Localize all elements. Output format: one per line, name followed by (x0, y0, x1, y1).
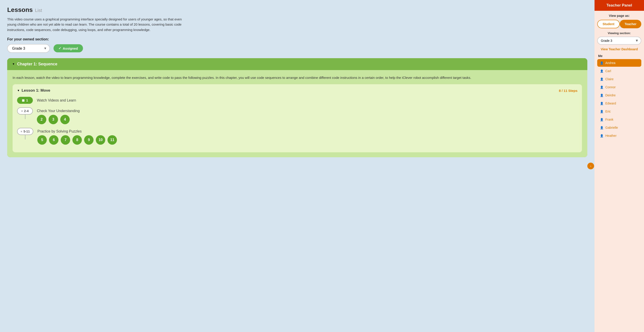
step-num-11[interactable]: 11 (108, 135, 117, 145)
lesson-card: ▼ Lesson 1: Move 8 / 11 Steps ▦ 1 Watch … (12, 84, 582, 152)
page-subtitle: List (35, 8, 42, 13)
student-name: Edward (605, 101, 616, 105)
step-num-10[interactable]: 10 (96, 135, 105, 145)
step-num-8[interactable]: 8 (72, 135, 82, 145)
viewing-label: Viewing section: (597, 31, 641, 35)
student-name: Andrea (605, 61, 616, 65)
teacher-panel-body: View page as: Student Teacher Viewing se… (594, 11, 644, 332)
teacher-panel-header: Teacher Panel (594, 0, 644, 11)
lesson-steps: 8 / 11 Steps (559, 89, 578, 92)
chapter-header[interactable]: ▼ Chapter 1: Sequence (7, 58, 587, 70)
film-icon: ▦ (22, 99, 24, 102)
step-num-4[interactable]: 4 (60, 115, 70, 124)
chapter-body: In each lesson, watch the video to learn… (7, 70, 587, 157)
viewing-select-wrapper: Grade 3 Grade 4 Grade 5 ▼ (597, 37, 641, 45)
student-item-eric[interactable]: 👤Eric (597, 108, 641, 115)
lesson-header: ▼ Lesson 1: Move 8 / 11 Steps (17, 88, 578, 93)
view-as-label: View page as: (597, 14, 641, 17)
step-badge-1[interactable]: ▦ 1 (17, 97, 33, 104)
student-icon: 👤 (600, 69, 604, 73)
student-item-frank[interactable]: 👤Frank (597, 116, 641, 123)
step2-content: Check Your Understanding 2 3 4 (37, 107, 80, 124)
list-icon-2: ≡ (21, 110, 23, 112)
student-icon: 👤 (600, 118, 604, 121)
btn-student[interactable]: Student (597, 20, 620, 28)
student-icon: 👤 (600, 110, 604, 113)
student-name: Connor (605, 85, 616, 89)
page-header: Lessons List (7, 6, 587, 13)
student-name: Eric (605, 110, 611, 113)
step-num-2[interactable]: 2 (37, 115, 46, 124)
student-item-heather[interactable]: 👤Heather (597, 132, 641, 139)
section-label: For your owned section: (7, 37, 587, 41)
panel-toggle-arrow[interactable]: › (587, 163, 594, 169)
btn-teacher[interactable]: Teacher (620, 20, 641, 28)
divider-3 (25, 135, 26, 139)
student-item-gabrielle[interactable]: 👤Gabrielle (597, 124, 641, 131)
step-row-1: ▦ 1 Watch Videos and Learn (17, 97, 578, 104)
student-list: 👤Andrea👤Carl👤Claire👤Connor👤Deirdre👤Edwar… (597, 59, 641, 139)
student-name: Deirdre (605, 93, 616, 97)
student-icon: 👤 (600, 61, 604, 65)
step2-numbers: 2 3 4 (37, 115, 80, 124)
step3-content: Practice by Solving Puzzles 5 6 7 8 9 10… (37, 128, 117, 145)
step2-col: ≡ 2-4 (17, 107, 33, 119)
assigned-button[interactable]: ✓ Assigned (54, 44, 83, 52)
lesson-title: Lesson 1: Move (22, 88, 50, 93)
step3-numbers: 5 6 7 8 9 10 11 (37, 135, 117, 145)
student-item-deirdre[interactable]: 👤Deirdre (597, 91, 641, 99)
chapter-description: In each lesson, watch the video to learn… (12, 75, 582, 80)
checkmark-icon: ✓ (58, 46, 62, 50)
viewing-select[interactable]: Grade 3 Grade 4 Grade 5 (597, 37, 641, 45)
view-dashboard-link[interactable]: View Teacher Dashboard (597, 47, 641, 51)
student-item-claire[interactable]: 👤Claire (597, 75, 641, 83)
student-icon: 👤 (600, 86, 604, 89)
student-item-carl[interactable]: 👤Carl (597, 67, 641, 75)
student-icon: 👤 (600, 102, 604, 105)
student-icon: 👤 (600, 126, 604, 129)
step-label-2: Check Your Understanding (37, 107, 80, 113)
main-content: Lessons List This video course uses a gr… (0, 0, 594, 332)
chapter-card: ▼ Chapter 1: Sequence In each lesson, wa… (7, 58, 587, 157)
student-name: Frank (605, 118, 614, 121)
step-num-7[interactable]: 7 (61, 135, 70, 145)
collapse-icon: ▼ (12, 62, 15, 66)
step-label-1: Watch Videos and Learn (37, 97, 76, 102)
student-name: Carl (605, 69, 611, 73)
step-row-3: ≡ 5-11 Practice by Solving Puzzles 5 6 7… (17, 128, 578, 145)
student-icon: 👤 (600, 94, 604, 97)
lesson-collapse-icon: ▼ (17, 89, 20, 92)
student-name: Heather (605, 134, 616, 137)
teacher-panel: Teacher Panel View page as: Student Teac… (594, 0, 644, 332)
grade-select-wrapper: Grade 3 Grade 4 Grade 5 ▼ (7, 44, 50, 53)
lesson-title-row: ▼ Lesson 1: Move (17, 88, 50, 93)
grade-select[interactable]: Grade 3 Grade 4 Grade 5 (7, 44, 50, 53)
chapter-title: Chapter 1: Sequence (17, 62, 57, 66)
divider-2 (25, 115, 26, 119)
view-toggle: Student Teacher (597, 20, 641, 28)
student-icon: 👤 (600, 134, 604, 137)
student-item-connor[interactable]: 👤Connor (597, 83, 641, 91)
step-row-2: ≡ 2-4 Check Your Understanding 2 3 4 (17, 107, 578, 124)
step-num-5[interactable]: 5 (37, 135, 47, 145)
student-name: Gabrielle (605, 126, 618, 129)
step-num-3[interactable]: 3 (48, 115, 58, 124)
step-num-9[interactable]: 9 (84, 135, 94, 145)
me-label: Me (597, 54, 641, 58)
step-label-3: Practice by Solving Puzzles (37, 128, 117, 133)
step-badge-3[interactable]: ≡ 5-11 (17, 128, 33, 135)
page-description: This video course uses a graphical progr… (7, 17, 192, 32)
student-item-edward[interactable]: 👤Edward (597, 99, 641, 107)
student-item-andrea[interactable]: 👤Andrea (597, 59, 641, 67)
step-badge-2[interactable]: ≡ 2-4 (17, 107, 33, 115)
list-icon-3: ≡ (21, 130, 22, 133)
step3-col: ≡ 5-11 (17, 128, 33, 139)
student-icon: 👤 (600, 77, 604, 81)
grade-row: Grade 3 Grade 4 Grade 5 ▼ ✓ Assigned (7, 44, 587, 53)
student-name: Claire (605, 77, 614, 81)
step-num-6[interactable]: 6 (49, 135, 58, 145)
page-title: Lessons (7, 6, 33, 13)
